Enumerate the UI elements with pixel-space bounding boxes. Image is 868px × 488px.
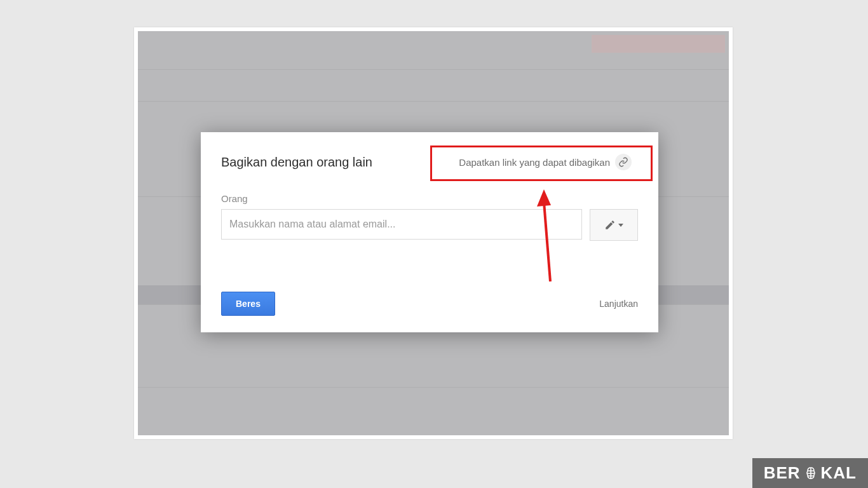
done-button[interactable]: Beres	[221, 292, 275, 316]
brain-icon	[803, 466, 818, 481]
email-field[interactable]	[221, 209, 582, 240]
grid-line	[138, 69, 729, 70]
share-dialog: Bagikan dengan orang lain Dapatkan link …	[201, 132, 658, 332]
pencil-icon	[604, 219, 616, 231]
watermark-text-right: KAL	[821, 463, 857, 483]
chevron-down-icon	[618, 224, 623, 227]
dialog-title: Bagikan dengan orang lain	[221, 155, 372, 170]
dialog-footer: Beres Lanjutkan	[221, 292, 638, 316]
sheet-highlight-region	[592, 35, 725, 53]
link-icon	[615, 154, 632, 170]
get-shareable-link-label: Dapatkan link yang dapat dibagikan	[459, 157, 610, 168]
dialog-header: Bagikan dengan orang lain Dapatkan link …	[221, 150, 638, 174]
permission-dropdown[interactable]	[590, 209, 638, 241]
watermark: BER KAL	[752, 458, 868, 488]
advanced-link[interactable]: Lanjutkan	[599, 299, 638, 309]
grid-line	[138, 101, 729, 102]
grid-line	[138, 387, 729, 388]
people-row	[221, 209, 638, 241]
screenshot-card: Bagikan dengan orang lain Dapatkan link …	[134, 27, 733, 439]
watermark-text-left: BER	[764, 463, 801, 483]
get-shareable-link-button[interactable]: Dapatkan link yang dapat dibagikan	[452, 150, 638, 174]
people-label: Orang	[221, 193, 638, 204]
